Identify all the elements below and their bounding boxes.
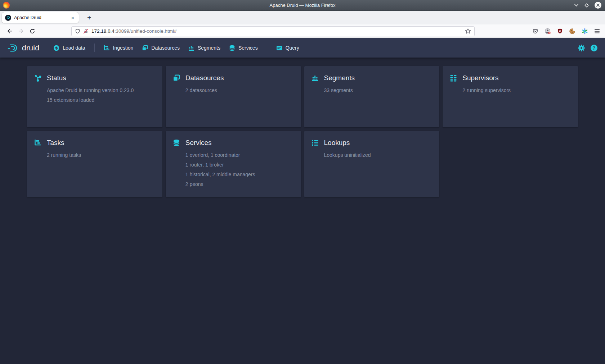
chevron-down-icon	[574, 4, 579, 7]
card-line: 2 running tasks	[34, 150, 155, 160]
card-title: Lookups	[324, 139, 350, 147]
nav-separator	[267, 44, 267, 52]
multicolor-asterisk-icon[interactable]	[582, 28, 588, 35]
forward-button[interactable]	[15, 26, 27, 37]
card-line: 1 overlord, 1 coordinator	[173, 150, 294, 160]
window-controls	[574, 2, 601, 9]
datasources-card[interactable]: Datasources 2 datasources	[166, 66, 301, 127]
status-card[interactable]: Status Apache Druid is running version 0…	[27, 66, 162, 127]
list-columns-icon	[450, 74, 457, 82]
graph-icon	[34, 74, 41, 82]
card-line: Lookups uninitialized	[312, 150, 433, 160]
close-icon	[595, 2, 601, 9]
druid-logo[interactable]: druid	[8, 44, 39, 52]
card-line: Apache Druid is running version 0.23.0	[34, 86, 155, 95]
services-card[interactable]: Services 1 overlord, 1 coordinator 1 rou…	[166, 131, 301, 197]
nav-item-label: Segments	[198, 45, 220, 51]
url-text: 172.18.0.4:30899/unified-console.html#	[91, 28, 176, 34]
card-title: Supervisors	[462, 74, 498, 82]
nav-item-label: Services	[238, 45, 258, 51]
stacked-squares-icon	[173, 74, 180, 82]
segments-card[interactable]: Segments 33 segments	[304, 66, 440, 127]
druid-logo-icon	[8, 44, 18, 52]
stacked-squares-icon	[142, 45, 148, 51]
window-title: Apache Druid — Mozilla Firefox	[0, 3, 605, 8]
menu-hamburger-icon[interactable]	[594, 29, 600, 34]
card-line: 15 extensions loaded	[34, 95, 155, 105]
card-line: 2 peons	[173, 179, 294, 189]
supervisors-card[interactable]: Supervisors 2 running supervisors	[443, 66, 578, 127]
reload-icon	[30, 28, 35, 34]
druid-navbar: druid Load data Ingestion Datasources	[0, 38, 605, 58]
database-icon	[229, 45, 235, 51]
pocket-icon[interactable]	[532, 28, 538, 34]
druid-favicon-icon	[5, 15, 11, 21]
home-view: Status Apache Druid is running version 0…	[0, 58, 605, 206]
new-tab-button[interactable]: +	[84, 14, 94, 22]
navbar-right: ?	[578, 44, 597, 52]
gantt-chart-icon	[34, 139, 41, 146]
gantt-chart-icon	[104, 45, 110, 51]
insecure-lock-icon[interactable]	[83, 28, 89, 34]
nav-item-query[interactable]: Query	[272, 38, 304, 58]
url-bar[interactable]: 172.18.0.4:30899/unified-console.html#	[71, 26, 475, 36]
browser-toolbar: 172.18.0.4:30899/unified-console.html#	[0, 24, 605, 38]
lookups-card[interactable]: Lookups Lookups uninitialized	[304, 131, 440, 197]
card-title: Datasources	[185, 74, 224, 82]
tasks-card[interactable]: Tasks 2 running tasks	[27, 131, 162, 197]
nav-item-datasources[interactable]: Datasources	[138, 38, 184, 58]
tab-title: Apache Druid	[14, 15, 41, 20]
nav-separator	[94, 44, 95, 52]
nav-separator	[44, 44, 44, 52]
window-titlebar: Apache Druid — Mozilla Firefox	[0, 0, 605, 11]
stacked-bar-chart-icon	[188, 45, 194, 51]
card-line: 2 datasources	[173, 86, 294, 95]
card-title: Services	[185, 139, 212, 147]
arrow-right-icon	[18, 28, 24, 34]
profile-blocked-icon[interactable]	[544, 28, 551, 35]
console-icon	[276, 45, 282, 51]
card-line: 2 running supervisors	[450, 86, 571, 95]
card-title: Status	[47, 74, 66, 82]
status-card-grid: Status Apache Druid is running version 0…	[27, 66, 578, 197]
maximize-button[interactable]	[584, 3, 589, 8]
nav-item-label: Load data	[63, 45, 85, 51]
stacked-bar-chart-icon	[312, 74, 319, 82]
url-path: :30899/unified-console.html#	[115, 28, 177, 34]
nav-item-services[interactable]: Services	[225, 38, 262, 58]
nav-item-label: Ingestion	[113, 45, 134, 51]
nav-item-ingestion[interactable]: Ingestion	[99, 38, 138, 58]
properties-icon	[312, 139, 319, 146]
url-host: 172.18.0.4	[91, 28, 115, 34]
back-button[interactable]	[4, 26, 15, 37]
nav-item-label: Query	[286, 45, 299, 51]
close-button[interactable]	[595, 2, 601, 9]
tracking-shield-icon[interactable]	[75, 28, 80, 34]
nav-item-label: Datasources	[151, 45, 180, 51]
card-title: Tasks	[47, 139, 64, 147]
brand-wordmark: druid	[22, 44, 39, 52]
nav-item-segments[interactable]: Segments	[184, 38, 225, 58]
reload-button[interactable]	[27, 26, 38, 37]
card-line: 1 historical, 2 middle managers	[173, 170, 294, 179]
help-icon[interactable]: ?	[591, 45, 597, 51]
nav-item-load-data[interactable]: Load data	[49, 38, 89, 58]
card-line: 33 segments	[312, 86, 433, 95]
circle-arrow-up-icon	[53, 45, 59, 51]
card-line: 1 router, 1 broker	[173, 160, 294, 170]
settings-gear-icon[interactable]	[578, 44, 585, 52]
bookmark-star-icon[interactable]	[465, 28, 471, 34]
ublock-origin-icon[interactable]	[557, 28, 563, 34]
browser-tab[interactable]: Apache Druid ×	[2, 12, 79, 23]
cookie-icon[interactable]	[569, 28, 575, 35]
card-title: Segments	[324, 74, 355, 82]
extension-icons	[532, 28, 600, 35]
database-icon	[173, 139, 180, 146]
tab-close-button[interactable]: ×	[70, 14, 76, 21]
minimize-button[interactable]	[574, 4, 579, 7]
arrow-left-icon	[6, 28, 13, 34]
diamond-icon	[584, 3, 589, 8]
tab-strip: Apache Druid × +	[0, 11, 605, 24]
